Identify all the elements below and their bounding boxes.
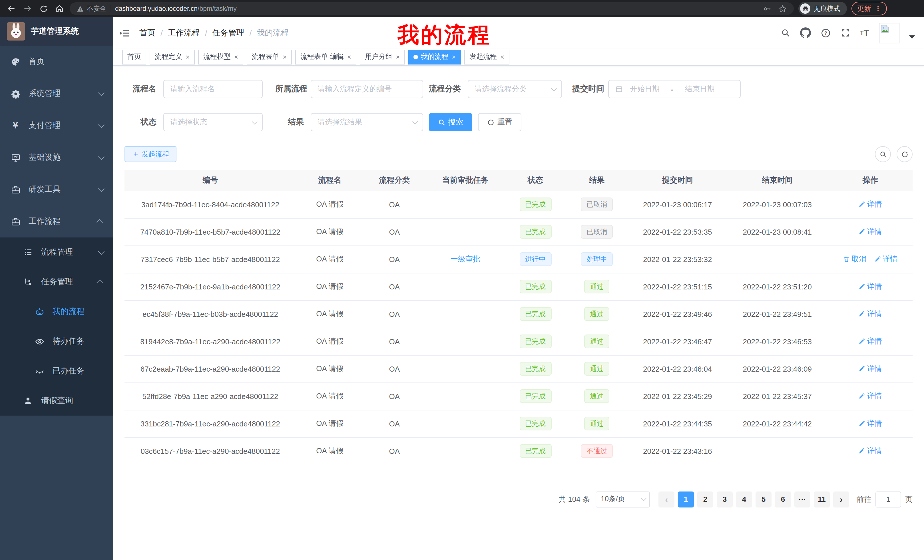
cell-actions: 详情 <box>828 328 913 355</box>
security-warning-icon[interactable]: 不安全 <box>76 4 106 13</box>
refresh-table-button[interactable] <box>897 146 913 162</box>
tab-my-process[interactable]: 我的流程× <box>408 49 461 64</box>
sidebar-item-process-mgmt[interactable]: 流程管理 <box>0 238 113 267</box>
sidebar-item-workflow[interactable]: 工作流程 <box>0 205 113 238</box>
search-button[interactable]: 搜索 <box>429 113 472 131</box>
page-number-button[interactable]: 11 <box>814 491 830 507</box>
tab-process-form-edit[interactable]: 流程表单-编辑× <box>295 49 356 64</box>
breadcrumb-workflow[interactable]: 工作流程 <box>168 28 200 38</box>
result-select[interactable]: 请选择流结果 <box>310 113 423 131</box>
close-icon[interactable]: × <box>347 53 351 60</box>
table-row[interactable]: 7317cec6-7b9b-11ec-b5b7-acde48001122 OA … <box>124 246 913 273</box>
table-row[interactable]: 3ad174fb-7b9d-11ec-8404-acde48001122 OA … <box>124 191 913 218</box>
tab-user-group[interactable]: 用户分组× <box>360 49 405 64</box>
detail-action[interactable]: 详情 <box>874 254 897 264</box>
breadcrumb-home[interactable]: 首页 <box>140 28 155 38</box>
sidebar-item-system[interactable]: 系统管理 <box>0 78 113 109</box>
sidebar-collapse-icon[interactable] <box>119 27 130 39</box>
page-number-button[interactable]: 3 <box>717 491 733 507</box>
page-size-select[interactable]: 10条/页 <box>596 491 650 507</box>
detail-action[interactable]: 详情 <box>859 364 882 374</box>
tab-start-process[interactable]: 发起流程× <box>464 49 509 64</box>
page-number-button[interactable]: 2 <box>697 491 713 507</box>
next-page-button[interactable]: › <box>833 491 849 507</box>
bookmark-star-icon[interactable] <box>778 4 787 13</box>
tab-process-definition[interactable]: 流程定义× <box>150 49 195 64</box>
sidebar-item-infra[interactable]: 基础设施 <box>0 142 113 174</box>
close-icon[interactable]: × <box>396 53 400 60</box>
page-number-button[interactable]: 6 <box>775 491 791 507</box>
cell-category: OA <box>363 355 425 382</box>
process-table: 编号 流程名 流程分类 当前审批任务 状态 结果 提交时间 结束时间 操作 3a… <box>124 170 913 465</box>
sidebar-item-done-tasks[interactable]: 已办任务 <box>0 356 113 386</box>
start-process-button[interactable]: ＋ 发起流程 <box>124 146 177 162</box>
detail-action[interactable]: 详情 <box>859 446 882 456</box>
detail-action[interactable]: 详情 <box>859 309 882 319</box>
table-row[interactable]: 7470a810-7b9b-11ec-b5b7-acde48001122 OA … <box>124 218 913 246</box>
sidebar-item-payment[interactable]: ¥ 支付管理 <box>0 109 113 142</box>
current-task-link[interactable]: 一级审批 <box>451 254 480 264</box>
sidebar-item-leave-query[interactable]: 请假查询 <box>0 386 113 416</box>
prev-page-button[interactable]: ‹ <box>658 491 675 507</box>
submit-time-range-picker[interactable]: 开始日期 - 结束日期 <box>608 80 741 98</box>
detail-action[interactable]: 详情 <box>859 418 882 429</box>
close-icon[interactable]: × <box>234 53 238 60</box>
sidebar-item-task-mgmt[interactable]: 任务管理 <box>0 267 113 297</box>
breadcrumb-task-mgmt[interactable]: 任务管理 <box>213 28 244 38</box>
table-row[interactable]: 2152467e-7b9b-11ec-9a1b-acde48001122 OA … <box>124 273 913 300</box>
password-key-icon[interactable] <box>763 4 771 13</box>
close-icon[interactable]: × <box>283 53 286 60</box>
address-bar[interactable]: 不安全 dashboard.yudao.iocoder.cn/bpm/task/… <box>70 2 794 15</box>
browser-forward-icon[interactable] <box>22 3 33 14</box>
detail-action[interactable]: 详情 <box>859 391 882 401</box>
goto-page-input[interactable] <box>876 491 901 507</box>
tab-process-form[interactable]: 流程表单× <box>247 49 292 64</box>
browser-menu-dots-icon[interactable]: ⋮ <box>875 5 881 12</box>
page-number-button[interactable]: 5 <box>756 491 771 507</box>
status-select[interactable]: 请选择状态 <box>164 113 263 131</box>
cancel-action[interactable]: 取消 <box>843 254 866 264</box>
github-icon[interactable] <box>800 27 811 38</box>
process-name-input[interactable]: 请输入流程名 <box>164 80 263 98</box>
detail-action[interactable]: 详情 <box>859 199 882 210</box>
sidebar-item-todo-tasks[interactable]: 待办任务 <box>0 326 113 356</box>
help-icon[interactable]: ? <box>820 28 831 38</box>
close-icon[interactable]: × <box>452 53 456 60</box>
browser-reload-icon[interactable] <box>38 3 49 14</box>
incognito-icon <box>800 3 810 14</box>
table-row[interactable]: 331bc281-7b9a-11ec-a290-acde48001122 OA … <box>124 410 913 437</box>
header-search-icon[interactable] <box>781 28 790 38</box>
robot-icon <box>34 307 45 317</box>
table-row[interactable]: 67c2eaab-7b9a-11ec-a290-acde48001122 OA … <box>124 355 913 382</box>
sidebar-item-my-process[interactable]: 我的流程 <box>0 297 113 326</box>
show-search-toggle-button[interactable] <box>875 146 891 162</box>
font-size-icon[interactable]: TT <box>860 28 869 37</box>
browser-home-icon[interactable] <box>54 3 65 14</box>
tab-home[interactable]: 首页 <box>122 49 146 64</box>
page-number-button[interactable]: 4 <box>736 491 752 507</box>
process-definition-input[interactable]: 请输入流程定义的编号 <box>310 80 423 98</box>
avatar-caret-icon[interactable] <box>909 35 915 39</box>
browser-back-icon[interactable] <box>6 3 17 14</box>
table-row[interactable]: 52ffd28e-7b9a-11ec-a290-acde48001122 OA … <box>124 382 913 410</box>
sidebar-item-home[interactable]: 首页 <box>0 46 113 78</box>
table-row[interactable]: ec45f38f-7b9a-11ec-b03b-acde48001122 OA … <box>124 300 913 328</box>
page-number-button[interactable]: 1 <box>678 491 694 507</box>
dashboard-icon <box>10 57 21 67</box>
detail-action[interactable]: 详情 <box>859 281 882 292</box>
close-icon[interactable]: × <box>186 53 190 60</box>
page-ellipsis-button[interactable]: ··· <box>794 491 810 507</box>
detail-action[interactable]: 详情 <box>859 227 882 237</box>
avatar[interactable] <box>879 22 900 43</box>
sidebar-item-devtools[interactable]: 研发工具 <box>0 174 113 205</box>
tab-process-model[interactable]: 流程模型× <box>198 49 243 64</box>
cell-id: ec45f38f-7b9a-11ec-b03b-acde48001122 <box>124 300 296 328</box>
reset-button[interactable]: 重置 <box>478 113 521 131</box>
table-row[interactable]: 819442e8-7b9a-11ec-a290-acde48001122 OA … <box>124 328 913 355</box>
fullscreen-icon[interactable] <box>841 28 850 38</box>
detail-action[interactable]: 详情 <box>859 336 882 346</box>
process-category-select[interactable]: 请选择流程分类 <box>468 80 562 98</box>
table-row[interactable]: 03c6c157-7b9a-11ec-a290-acde48001122 OA … <box>124 437 913 465</box>
browser-update-button[interactable]: 更新 ⋮ <box>852 2 887 15</box>
close-icon[interactable]: × <box>500 53 504 60</box>
